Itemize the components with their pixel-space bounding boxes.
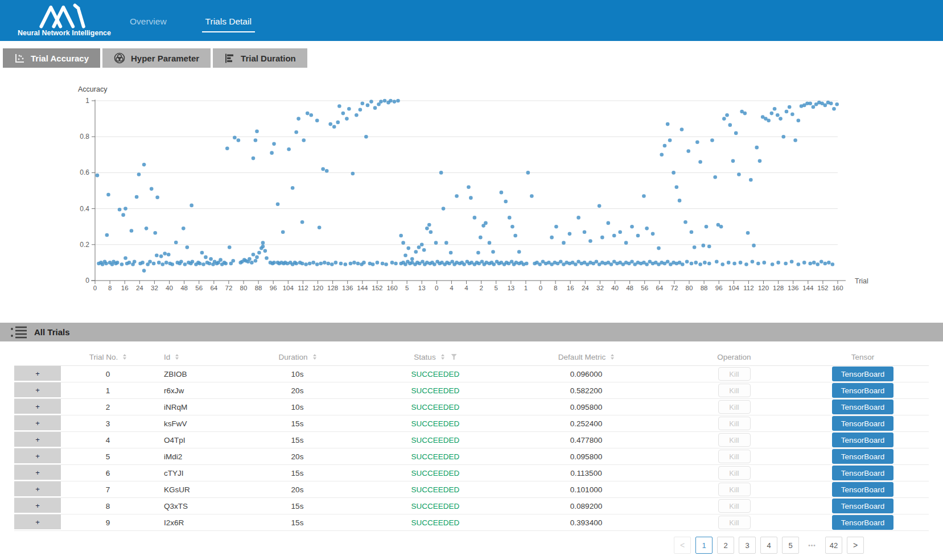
page-2[interactable]: 2: [717, 537, 734, 554]
tab-trial-accuracy[interactable]: Trial Accuracy: [3, 48, 100, 68]
row-expander[interactable]: +: [14, 432, 61, 448]
operation-cell: Kill: [672, 498, 797, 514]
tensorboard-button[interactable]: TensorBoard: [832, 383, 893, 398]
tab-hyper-parameter[interactable]: Hyper Parameter: [102, 48, 211, 68]
column-label: Default Metric: [558, 353, 606, 361]
sort-icon[interactable]: [611, 354, 614, 360]
sort-icon[interactable]: [313, 354, 316, 360]
column-header-status[interactable]: Status: [370, 353, 501, 361]
page-3[interactable]: 3: [739, 537, 756, 554]
svg-text:0: 0: [539, 285, 542, 291]
column-header-default-metric[interactable]: Default Metric: [501, 353, 672, 361]
operation-cell: Kill: [672, 432, 797, 448]
page-next[interactable]: >: [847, 537, 864, 554]
nav-trials-detail[interactable]: Trials Detail: [202, 9, 255, 32]
page-ellipsis[interactable]: •••: [804, 537, 821, 554]
duration-cell: 20s: [225, 382, 370, 398]
sort-icon[interactable]: [123, 354, 126, 360]
chart-points-layer: [96, 99, 839, 273]
metric-cell: 0.096000: [501, 366, 672, 382]
kill-button[interactable]: Kill: [718, 499, 751, 513]
page-42[interactable]: 42: [825, 537, 842, 554]
tensorboard-button[interactable]: TensorBoard: [832, 416, 893, 431]
tensor-cell: TensorBoard: [797, 465, 929, 481]
row-expander[interactable]: +: [14, 465, 61, 481]
row-expander[interactable]: +: [14, 415, 61, 431]
table-row: +1r6xJw20sSUCCEEDED0.582200KillTensorBoa…: [14, 382, 929, 399]
svg-text:120: 120: [312, 285, 323, 291]
kill-button[interactable]: Kill: [718, 417, 751, 430]
svg-text:136: 136: [342, 285, 353, 291]
tensorboard-button[interactable]: TensorBoard: [832, 482, 893, 497]
svg-text:48: 48: [626, 285, 633, 291]
svg-text:Accuracy: Accuracy: [78, 85, 108, 93]
page-prev[interactable]: <: [674, 537, 691, 554]
table-row: +3ksFwV15sSUCCEEDED0.252400KillTensorBoa…: [14, 415, 929, 432]
kill-button[interactable]: Kill: [718, 400, 751, 414]
column-label: Trial No.: [89, 353, 118, 361]
chart-gridlines: [95, 101, 838, 245]
kill-button[interactable]: Kill: [718, 516, 751, 529]
column-label: Tensor: [851, 353, 875, 361]
duration-cell: 15s: [225, 514, 370, 530]
kill-button[interactable]: Kill: [718, 367, 751, 381]
column-header-duration[interactable]: Duration: [225, 353, 370, 361]
row-expander[interactable]: +: [14, 382, 61, 398]
column-header-trial-no-[interactable]: Trial No.: [61, 353, 155, 361]
trial-accuracy-chart: Accuracy00.20.40.60.81081624324048566472…: [0, 68, 943, 310]
kill-button[interactable]: Kill: [718, 384, 751, 397]
sort-icon[interactable]: [441, 354, 444, 360]
filter-icon[interactable]: [451, 354, 457, 360]
svg-text:72: 72: [225, 285, 233, 291]
kill-button[interactable]: Kill: [718, 483, 751, 496]
kill-button[interactable]: Kill: [718, 466, 751, 480]
kill-button[interactable]: Kill: [718, 433, 751, 447]
row-expander[interactable]: +: [14, 448, 61, 464]
kill-button[interactable]: Kill: [718, 450, 751, 463]
trial-no-cell: 9: [61, 514, 155, 530]
tensorboard-button[interactable]: TensorBoard: [832, 449, 893, 464]
svg-text:24: 24: [136, 285, 143, 291]
status-badge: SUCCEEDED: [370, 432, 501, 448]
column-label: Status: [414, 353, 435, 361]
trial-no-cell: 2: [61, 399, 155, 415]
svg-text:144: 144: [357, 285, 368, 291]
row-expander[interactable]: +: [14, 514, 61, 530]
nni-logo-icon: [36, 3, 93, 28]
trial-no-cell: 1: [61, 382, 155, 398]
trial-no-cell: 8: [61, 498, 155, 514]
sort-icon[interactable]: [175, 354, 179, 360]
row-expander[interactable]: +: [14, 399, 61, 415]
tensorboard-button[interactable]: TensorBoard: [832, 466, 893, 480]
row-expander[interactable]: +: [14, 498, 61, 514]
page-4[interactable]: 4: [760, 537, 777, 554]
logo-caption: Neural Network Intelligence: [16, 29, 113, 37]
column-header-id[interactable]: Id: [155, 353, 225, 361]
chart-x-labels: 0816243240485664728088961041121201281361…: [93, 281, 843, 291]
svg-text:88: 88: [701, 285, 708, 291]
row-expander[interactable]: +: [14, 481, 61, 497]
nni-logo[interactable]: Neural Network Intelligence: [16, 2, 113, 37]
svg-text:56: 56: [641, 285, 648, 291]
svg-text:0.8: 0.8: [80, 133, 89, 141]
operation-cell: Kill: [672, 465, 797, 481]
all-trials-bar: All Trials: [0, 323, 943, 341]
page-1[interactable]: 1: [695, 537, 713, 554]
nav-overview[interactable]: Overview: [126, 9, 170, 32]
status-badge: SUCCEEDED: [370, 481, 501, 497]
page-5[interactable]: 5: [782, 537, 799, 554]
tensorboard-button[interactable]: TensorBoard: [832, 433, 893, 447]
svg-text:160: 160: [386, 285, 397, 291]
svg-text:144: 144: [802, 285, 814, 291]
trial-id-cell: KGsUR: [155, 481, 225, 497]
svg-text:80: 80: [240, 285, 248, 291]
tensorboard-button[interactable]: TensorBoard: [832, 400, 893, 414]
operation-cell: Kill: [672, 448, 797, 464]
row-expander[interactable]: +: [14, 366, 61, 382]
tensorboard-button[interactable]: TensorBoard: [832, 499, 893, 513]
tensorboard-button[interactable]: TensorBoard: [832, 367, 893, 381]
tensorboard-button[interactable]: TensorBoard: [832, 515, 893, 530]
tab-label: Trial Accuracy: [31, 53, 89, 63]
tab-trial-duration[interactable]: Trial Duration: [213, 48, 307, 68]
operation-cell: Kill: [672, 415, 797, 431]
